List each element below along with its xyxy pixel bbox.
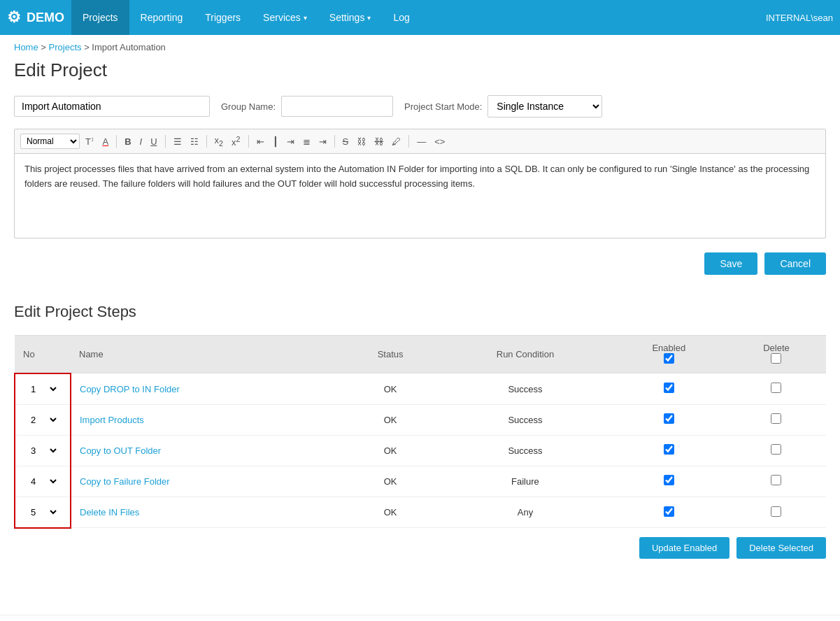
row-run-condition-cell: Any bbox=[439, 497, 611, 528]
row-enabled-checkbox[interactable] bbox=[664, 475, 674, 485]
services-dropdown-icon: ▾ bbox=[304, 14, 307, 22]
row-delete-checkbox[interactable] bbox=[771, 383, 781, 393]
row-delete-checkbox[interactable] bbox=[771, 413, 781, 424]
row-delete-cell bbox=[727, 404, 826, 435]
start-mode-group: Project Start Mode: Single Instance Mult… bbox=[404, 95, 602, 117]
row-name-cell: Delete IN Files bbox=[71, 497, 341, 528]
row-delete-checkbox[interactable] bbox=[771, 444, 781, 455]
table-row: 12345 Delete IN Files OK Any bbox=[15, 497, 826, 528]
source-button[interactable]: <> bbox=[432, 135, 448, 148]
row-enabled-checkbox[interactable] bbox=[664, 413, 674, 424]
align-right-button[interactable]: ⇥ bbox=[284, 135, 297, 148]
nav-reporting[interactable]: Reporting bbox=[129, 0, 194, 35]
nav-services[interactable]: Services ▾ bbox=[252, 0, 318, 35]
nav-user: INTERNAL\sean bbox=[766, 13, 833, 23]
breadcrumb: Home > Projects > Import Automation bbox=[0, 35, 840, 59]
breadcrumb-current: Import Automation bbox=[92, 42, 166, 52]
row-no-select[interactable]: 12345 bbox=[24, 504, 59, 520]
align-left-button[interactable]: ⇤ bbox=[254, 135, 267, 148]
nav-triggers[interactable]: Triggers bbox=[194, 0, 252, 35]
editor-container: Normal Heading 1 Heading 2 Heading 3 T↕ … bbox=[14, 129, 826, 238]
row-name-cell: Copy to OUT Folder bbox=[71, 435, 341, 466]
row-run-condition-cell: Success bbox=[439, 435, 611, 466]
row-enabled-checkbox[interactable] bbox=[664, 383, 674, 393]
main-content: Edit Project Group Name: Project Start M… bbox=[0, 59, 840, 587]
unordered-list-button[interactable]: ☷ bbox=[187, 135, 201, 148]
italic-button[interactable]: I bbox=[137, 135, 145, 148]
col-enabled: Enabled bbox=[611, 336, 727, 373]
align-justify-button[interactable]: ≣ bbox=[300, 135, 313, 148]
cancel-button[interactable]: Cancel bbox=[764, 252, 826, 275]
step-name-link[interactable]: Copy to OUT Folder bbox=[80, 445, 161, 456]
group-name-group: Group Name: bbox=[221, 96, 393, 117]
save-button[interactable]: Save bbox=[704, 252, 757, 275]
update-enabled-button[interactable]: Update Enabled bbox=[639, 537, 729, 559]
row-no-cell: 12345 bbox=[15, 373, 71, 405]
step-name-link[interactable]: Import Products bbox=[80, 415, 144, 425]
divider-6 bbox=[408, 135, 409, 148]
row-status-cell: OK bbox=[341, 373, 439, 405]
divider-4 bbox=[248, 135, 249, 148]
row-no-select[interactable]: 12345 bbox=[24, 473, 59, 490]
row-no-cell: 12345 bbox=[15, 435, 71, 466]
table-row: 12345 Copy DROP to IN Folder OK Success bbox=[15, 373, 826, 405]
row-no-cell: 12345 bbox=[15, 497, 71, 528]
navbar: ⚙ DEMO Projects Reporting Triggers Servi… bbox=[0, 0, 840, 35]
delete-selected-button[interactable]: Delete Selected bbox=[736, 537, 826, 559]
step-name-link[interactable]: Delete IN Files bbox=[80, 507, 139, 518]
editor-body[interactable]: This project processes files that have a… bbox=[15, 154, 825, 238]
start-mode-label: Project Start Mode: bbox=[404, 101, 482, 112]
row-no-select[interactable]: 12345 bbox=[24, 443, 59, 459]
row-no-cell: 12345 bbox=[15, 466, 71, 497]
row-enabled-cell bbox=[611, 404, 727, 435]
indent-button[interactable]: ⇥ bbox=[316, 135, 329, 148]
row-enabled-checkbox[interactable] bbox=[664, 444, 674, 455]
row-status-cell: OK bbox=[341, 466, 439, 497]
row-status-cell: OK bbox=[341, 435, 439, 466]
step-name-link[interactable]: Copy to Failure Folder bbox=[80, 476, 170, 487]
superscript-button[interactable]: x2 bbox=[229, 134, 243, 149]
footer: © COPYRIGHT SIMEGO 2009-2017 - Ouvvi v3.… bbox=[0, 615, 840, 621]
format-select[interactable]: Normal Heading 1 Heading 2 Heading 3 bbox=[20, 134, 80, 149]
step-name-link[interactable]: Copy DROP to IN Folder bbox=[80, 384, 180, 394]
delete-all-checkbox[interactable] bbox=[771, 353, 781, 364]
divider-1 bbox=[116, 135, 117, 148]
hr-button[interactable]: — bbox=[414, 135, 429, 148]
subscript-button[interactable]: x2 bbox=[212, 134, 227, 149]
font-size-icon[interactable]: T↕ bbox=[83, 134, 97, 148]
row-delete-checkbox[interactable] bbox=[771, 475, 781, 485]
bold-button[interactable]: B bbox=[122, 135, 134, 148]
page-title: Edit Project bbox=[14, 59, 826, 81]
breadcrumb-home[interactable]: Home bbox=[14, 42, 38, 52]
row-no-select[interactable]: 12345 bbox=[24, 381, 59, 397]
nav-settings[interactable]: Settings ▾ bbox=[318, 0, 383, 35]
row-no-select[interactable]: 12345 bbox=[24, 412, 59, 428]
row-run-condition-cell: Success bbox=[439, 404, 611, 435]
col-name: Name bbox=[71, 336, 341, 373]
project-name-input[interactable] bbox=[14, 96, 210, 117]
enabled-all-checkbox[interactable] bbox=[664, 353, 674, 364]
row-name-cell: Import Products bbox=[71, 404, 341, 435]
start-mode-select[interactable]: Single Instance Multiple Instance bbox=[487, 95, 602, 117]
group-name-label: Group Name: bbox=[221, 101, 276, 112]
nav-projects[interactable]: Projects bbox=[71, 0, 129, 35]
unlink-button[interactable]: ⛓ bbox=[371, 135, 386, 148]
row-delete-checkbox[interactable] bbox=[771, 506, 781, 517]
brand-name: DEMO bbox=[27, 10, 64, 25]
group-name-input[interactable] bbox=[281, 96, 393, 117]
align-center-button[interactable]: ┃ bbox=[270, 135, 281, 148]
underline-button[interactable]: U bbox=[148, 135, 159, 148]
nav-log[interactable]: Log bbox=[382, 0, 420, 35]
highlight-button[interactable]: 🖊 bbox=[389, 135, 404, 148]
row-delete-cell bbox=[727, 466, 826, 497]
strikethrough-button[interactable]: S bbox=[340, 135, 352, 148]
brand[interactable]: ⚙ DEMO bbox=[7, 8, 64, 27]
breadcrumb-projects[interactable]: Projects bbox=[49, 42, 82, 52]
row-name-cell: Copy DROP to IN Folder bbox=[71, 373, 341, 405]
row-name-cell: Copy to Failure Folder bbox=[71, 466, 341, 497]
ordered-list-button[interactable]: ☰ bbox=[171, 135, 185, 148]
steps-section-title: Edit Project Steps bbox=[14, 303, 826, 321]
row-enabled-checkbox[interactable] bbox=[664, 506, 674, 517]
font-color-icon[interactable]: A bbox=[99, 135, 111, 148]
link-button[interactable]: ⛓ bbox=[354, 135, 369, 148]
